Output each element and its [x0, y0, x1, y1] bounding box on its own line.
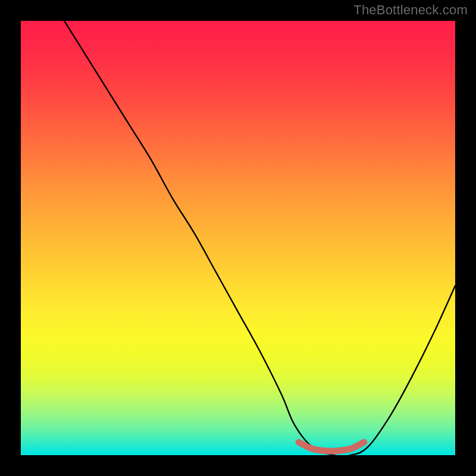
bottleneck-curve [64, 21, 455, 455]
chart-frame: TheBottleneck.com [0, 0, 476, 476]
chart-svg [21, 21, 455, 455]
watermark-text: TheBottleneck.com [353, 2, 468, 18]
plot-area [21, 21, 455, 455]
